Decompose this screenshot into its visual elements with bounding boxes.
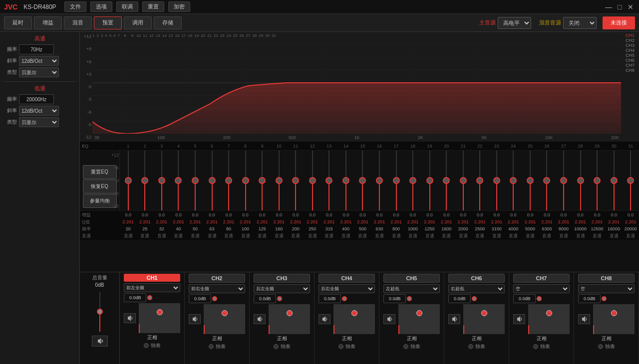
ch-name-btn-CH6[interactable]: CH6 bbox=[448, 274, 505, 283]
eq-fader-12[interactable] bbox=[304, 151, 321, 210]
fader-knob-31[interactable] bbox=[627, 177, 634, 184]
ch-label-4[interactable]: CH4 bbox=[622, 48, 638, 53]
ch-name-btn-CH4[interactable]: CH4 bbox=[319, 274, 375, 283]
mix-source-select[interactable]: 关闭 高电平 低电平 bbox=[563, 17, 597, 29]
ch-solo-dot-CH4[interactable] bbox=[338, 344, 343, 349]
fader-knob-5[interactable] bbox=[192, 177, 199, 184]
ch-source-CH8[interactable]: 空 bbox=[578, 284, 635, 293]
fader-knob-30[interactable] bbox=[611, 177, 618, 184]
eq-fader-18[interactable] bbox=[404, 151, 421, 210]
eq-fader-2[interactable] bbox=[137, 151, 154, 210]
fader-knob-10[interactable] bbox=[276, 177, 283, 184]
fader-knob-17[interactable] bbox=[393, 177, 400, 184]
minimize-btn[interactable]: — bbox=[604, 2, 613, 11]
lp-slope-select[interactable]: 12dB/Oct 6dB/Oct 18dB/Oct 24dB/Oct bbox=[19, 106, 59, 116]
ch-solo-dot-CH1[interactable] bbox=[144, 343, 149, 348]
hp-freq-input[interactable] bbox=[19, 44, 54, 54]
ch-name-btn-CH7[interactable]: CH7 bbox=[513, 274, 570, 283]
eq-fader-17[interactable] bbox=[388, 151, 405, 210]
ch-db-input-CH5[interactable] bbox=[383, 294, 406, 303]
eq-fader-11[interactable] bbox=[287, 151, 304, 210]
fader-knob-11[interactable] bbox=[292, 177, 299, 184]
ch-label-7[interactable]: CH7 bbox=[622, 63, 638, 68]
ch-source-CH4[interactable]: 后右全频 bbox=[319, 284, 375, 293]
eq-fader-9[interactable] bbox=[254, 151, 271, 210]
ch-mute-CH7[interactable] bbox=[513, 314, 525, 324]
ch-db-knob-CH7[interactable] bbox=[537, 296, 542, 301]
fader-knob-18[interactable] bbox=[409, 177, 416, 184]
fader-knob-6[interactable] bbox=[209, 177, 216, 184]
eq-fader-4[interactable] bbox=[170, 151, 187, 210]
nav-mix[interactable]: 混音 bbox=[64, 16, 92, 29]
ch-mute-CH3[interactable] bbox=[254, 314, 266, 324]
eq-fader-24[interactable] bbox=[505, 151, 522, 210]
ch-solo-dot-CH3[interactable] bbox=[274, 344, 279, 349]
eq-fader-30[interactable] bbox=[606, 151, 623, 210]
ch-fader-knob-CH7[interactable] bbox=[546, 310, 552, 316]
eq-fader-8[interactable] bbox=[237, 151, 254, 210]
eq-fader-31[interactable] bbox=[622, 151, 639, 210]
ch-label-8[interactable]: CH8 bbox=[622, 68, 638, 73]
ch-solo-dot-CH7[interactable] bbox=[533, 344, 538, 349]
ch-db-input-CH4[interactable] bbox=[319, 294, 341, 303]
ch-solo-dot-CH2[interactable] bbox=[209, 344, 214, 349]
eq-fader-14[interactable] bbox=[337, 151, 354, 210]
ch-source-CH7[interactable]: 空 bbox=[513, 284, 570, 293]
ch-fader-knob-CH8[interactable] bbox=[611, 310, 617, 316]
master-fader-knob[interactable] bbox=[97, 309, 103, 315]
fader-knob-26[interactable] bbox=[543, 177, 550, 184]
ch-db-knob-CH8[interactable] bbox=[602, 296, 607, 301]
fader-knob-7[interactable] bbox=[225, 177, 232, 184]
ch-label-6[interactable]: CH6 bbox=[622, 58, 638, 63]
fader-knob-19[interactable] bbox=[426, 177, 433, 184]
close-btn[interactable]: ✕ bbox=[626, 2, 635, 11]
ch-source-CH6[interactable]: 右超低 bbox=[448, 284, 505, 293]
ch-db-input-CH8[interactable] bbox=[578, 294, 601, 303]
ch-fader-knob-CH3[interactable] bbox=[287, 310, 293, 316]
ch-name-btn-CH3[interactable]: CH3 bbox=[254, 274, 310, 283]
eq-fader-7[interactable] bbox=[220, 151, 237, 210]
eq-fader-5[interactable] bbox=[187, 151, 204, 210]
fader-knob-16[interactable] bbox=[376, 177, 383, 184]
fader-knob-23[interactable] bbox=[493, 177, 500, 184]
fader-knob-29[interactable] bbox=[594, 177, 601, 184]
ch-label-2[interactable]: CH2 bbox=[622, 38, 638, 43]
ch-solo-dot-CH5[interactable] bbox=[403, 344, 408, 349]
fader-knob-27[interactable] bbox=[560, 177, 567, 184]
ch-source-CH5[interactable]: 左超低 bbox=[383, 284, 440, 293]
debug-btn[interactable]: 联调 bbox=[116, 1, 138, 12]
fader-knob-15[interactable] bbox=[359, 177, 366, 184]
nav-save[interactable]: 存储 bbox=[154, 16, 182, 29]
eq-fader-28[interactable] bbox=[572, 151, 589, 210]
fader-knob-20[interactable] bbox=[443, 177, 450, 184]
hp-slope-select[interactable]: 12dB/Oct 6dB/Oct 18dB/Oct 24dB/Oct bbox=[19, 56, 59, 66]
ch-db-knob-CH3[interactable] bbox=[277, 296, 282, 301]
ch-db-input-CH3[interactable] bbox=[254, 294, 276, 303]
ch-source-CH2[interactable]: 前右全频 bbox=[189, 284, 245, 293]
encrypt-btn[interactable]: 加密 bbox=[168, 1, 190, 12]
nav-gain[interactable]: 增益 bbox=[34, 16, 62, 29]
main-source-select[interactable]: 高电平 低电平 光纤 蓝牙 bbox=[498, 17, 531, 29]
fader-knob-8[interactable] bbox=[242, 177, 249, 184]
eq-fader-29[interactable] bbox=[589, 151, 606, 210]
ch-fader-knob-CH5[interactable] bbox=[416, 310, 422, 316]
fader-knob-13[interactable] bbox=[325, 177, 332, 184]
ch-db-knob-CH5[interactable] bbox=[407, 296, 412, 301]
fader-knob-14[interactable] bbox=[342, 177, 349, 184]
eq-fader-15[interactable] bbox=[354, 151, 371, 210]
ch-db-input-CH7[interactable] bbox=[513, 294, 536, 303]
ch-db-knob-CH6[interactable] bbox=[472, 296, 477, 301]
ch-solo-dot-CH6[interactable] bbox=[468, 344, 473, 349]
ch-source-CH1[interactable]: 前左全频 bbox=[124, 283, 180, 292]
maximize-btn[interactable]: □ bbox=[615, 2, 624, 11]
eq-fader-3[interactable] bbox=[153, 151, 170, 210]
eq-fader-6[interactable] bbox=[204, 151, 221, 210]
ch-db-input-CH2[interactable] bbox=[189, 294, 211, 303]
eq-fader-21[interactable] bbox=[455, 151, 472, 210]
ch-mute-CH8[interactable] bbox=[578, 314, 590, 324]
eq-fader-1[interactable] bbox=[120, 151, 137, 210]
ch-name-btn-CH5[interactable]: CH5 bbox=[383, 274, 440, 283]
eq-fader-16[interactable] bbox=[371, 151, 388, 210]
ch-fader-knob-CH6[interactable] bbox=[481, 310, 487, 316]
fader-knob-24[interactable] bbox=[510, 177, 517, 184]
